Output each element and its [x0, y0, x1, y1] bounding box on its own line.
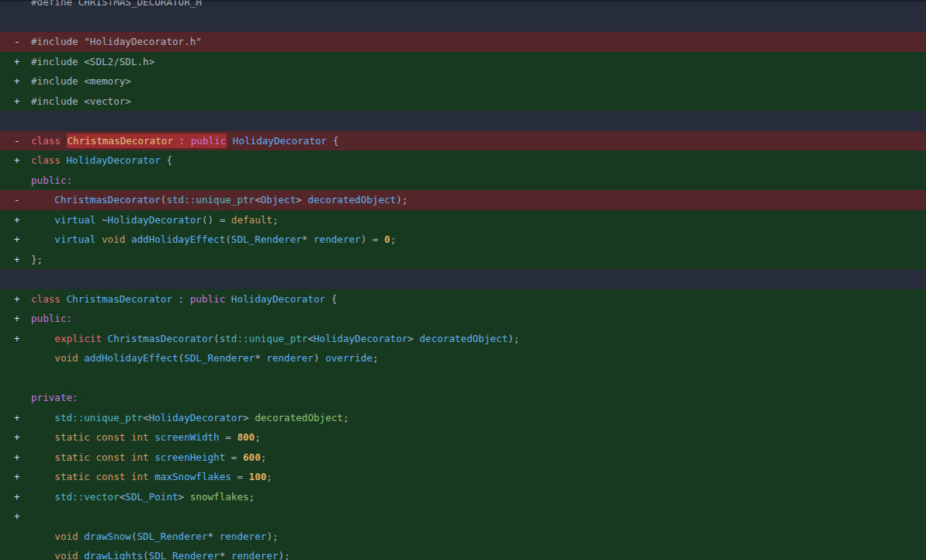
code-token: ; — [261, 451, 267, 463]
diff-line-added: +#include <vector> — [0, 92, 926, 112]
code-token: > — [243, 412, 255, 423]
code-token — [31, 333, 54, 344]
code-token: ChristmasDecorator — [68, 135, 173, 147]
code-token: <SDL2/SDL.h> — [84, 56, 154, 67]
code-token: static const int — [54, 431, 154, 443]
code-token: ChristmasDecorator — [67, 293, 172, 305]
code-token: class — [31, 135, 67, 147]
code-token: () = — [202, 214, 231, 226]
code-token — [31, 233, 54, 245]
code-token: screenWidth — [154, 431, 225, 443]
code-token: > — [408, 333, 419, 344]
code-text: static const int maxSnowflakes = 100; — [31, 471, 272, 482]
code-token: decoratedObject — [307, 194, 396, 206]
code-text: ChristmasDecorator(std::unique_ptr<Objec… — [31, 194, 408, 206]
code-text: #include "HolidayDecorator.h" — [31, 36, 202, 47]
code-token: static const int — [54, 471, 154, 482]
diff-line-removed: -class ChristmasDecorator : public Holid… — [0, 131, 926, 151]
code-token: SDL_Renderer — [149, 550, 220, 560]
code-token: { — [161, 154, 172, 166]
code-token: public — [191, 135, 227, 147]
diff-marker-removed: - — [14, 131, 31, 151]
code-token: SDL_Renderer — [137, 531, 208, 542]
diff-line-added: + static const int screenHeight = 600; — [0, 448, 926, 468]
code-token: < — [255, 194, 261, 206]
diff-marker-added: + — [14, 448, 31, 468]
diff-line-added: + static const int screenWidth = 800; — [0, 427, 926, 448]
code-token: { — [325, 293, 337, 305]
code-token: ); — [508, 333, 519, 344]
diff-marker-removed: - — [14, 190, 31, 210]
code-token: decoratedObject — [255, 412, 343, 423]
diff-marker-removed: - — [14, 32, 31, 52]
code-token: #define CHRISTMAS_DECORATOR_H — [31, 0, 202, 8]
code-token — [31, 352, 54, 364]
code-text: virtual void addHolidayEffect(SDL_Render… — [31, 233, 396, 245]
diff-view[interactable]: #define CHRISTMAS_DECORATOR_H-#include "… — [0, 0, 926, 560]
diff-line-added: void drawSnow(SDL_Renderer* renderer); — [0, 527, 926, 547]
code-token: public: — [31, 313, 72, 324]
code-token: 0 — [384, 233, 390, 245]
code-text: }; — [31, 254, 43, 265]
code-token: ); — [396, 194, 408, 206]
code-token: ); — [266, 531, 278, 542]
diff-line-added: +class ChristmasDecorator : public Holid… — [0, 289, 926, 309]
code-token: > — [179, 491, 190, 503]
code-token: HolidayDecorator — [67, 154, 161, 166]
code-token — [31, 471, 54, 482]
code-token: < — [143, 412, 149, 423]
diff-marker-added: + — [14, 506, 31, 527]
code-token: #include — [31, 56, 84, 67]
code-token: void — [54, 531, 84, 542]
code-token: ChristmasDecorator — [54, 194, 160, 206]
diff-marker-added: + — [14, 329, 31, 349]
code-token — [31, 214, 54, 226]
diff-line-added: +#include <SDL2/SDL.h> — [0, 52, 926, 72]
code-token — [31, 451, 54, 463]
code-token: public — [190, 293, 231, 305]
code-token: drawSnow — [84, 531, 131, 542]
diff-line-added: + std::unique_ptr<HolidayDecorator> deco… — [0, 408, 926, 428]
code-token: Object — [261, 194, 297, 206]
code-token: screenHeight — [154, 451, 231, 463]
code-token: maxSnowflakes — [154, 471, 237, 482]
code-token: ; — [343, 412, 349, 423]
code-text: class ChristmasDecorator : public Holida… — [31, 293, 337, 305]
code-token: 100 — [249, 471, 267, 482]
diff-line-added: + virtual ~HolidayDecorator() = default; — [0, 210, 926, 230]
diff-marker-added: + — [14, 150, 31, 171]
diff-line-context: #define CHRISTMAS_DECORATOR_H — [0, 0, 926, 12]
code-text: public: — [31, 313, 72, 324]
diff-marker-added: + — [14, 92, 31, 112]
code-token: { — [327, 135, 338, 147]
diff-line-context — [0, 111, 926, 131]
code-token: HolidayDecorator — [108, 214, 202, 226]
code-token: * — [220, 550, 231, 560]
code-text: #define CHRISTMAS_DECORATOR_H — [31, 0, 202, 8]
code-token: void — [54, 550, 84, 560]
code-token: ~ — [102, 214, 108, 226]
code-token: = — [231, 451, 243, 463]
code-token: ; — [266, 471, 272, 482]
code-text: #include <SDL2/SDL.h> — [31, 56, 154, 67]
code-token: default — [231, 214, 272, 226]
code-text: class ChristmasDecorator : public Holida… — [31, 133, 338, 148]
code-token: ; — [390, 233, 397, 245]
diff-marker-added: + — [14, 230, 31, 250]
code-token: ( — [131, 531, 137, 542]
code-text: private: — [31, 392, 78, 403]
code-token: 800 — [237, 431, 255, 443]
code-token: HolidayDecorator — [149, 412, 243, 423]
code-text: static const int screenWidth = 800; — [31, 431, 261, 443]
code-token: std::unique_ptr — [166, 194, 255, 206]
diff-line-added: + explicit ChristmasDecorator(std::uniqu… — [0, 329, 926, 349]
diff-line-added: +public: — [0, 309, 926, 329]
diff-marker-added: + — [14, 309, 31, 329]
diff-marker-added: + — [14, 71, 31, 92]
code-token: std::unique_ptr — [54, 412, 143, 423]
diff-line-added: + virtual void addHolidayEffect(SDL_Rend… — [0, 230, 926, 250]
code-text: static const int screenHeight = 600; — [31, 451, 266, 463]
diff-lines: #define CHRISTMAS_DECORATOR_H-#include "… — [0, 0, 926, 560]
code-text: explicit ChristmasDecorator(std::unique_… — [31, 333, 519, 344]
code-token: : — [172, 293, 190, 305]
